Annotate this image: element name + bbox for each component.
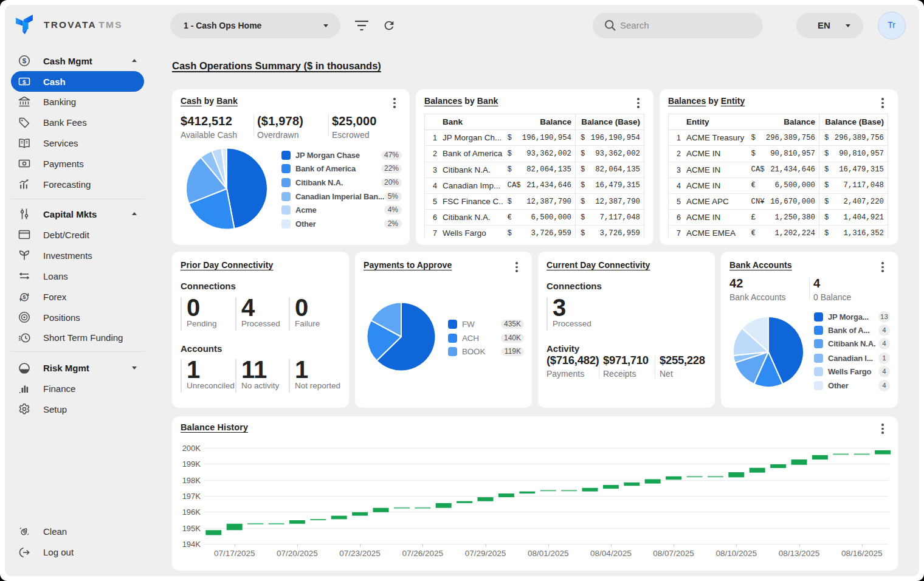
svg-text:$: $ <box>22 294 26 300</box>
svg-text:$: $ <box>22 78 26 85</box>
svg-text:$: $ <box>22 57 27 64</box>
